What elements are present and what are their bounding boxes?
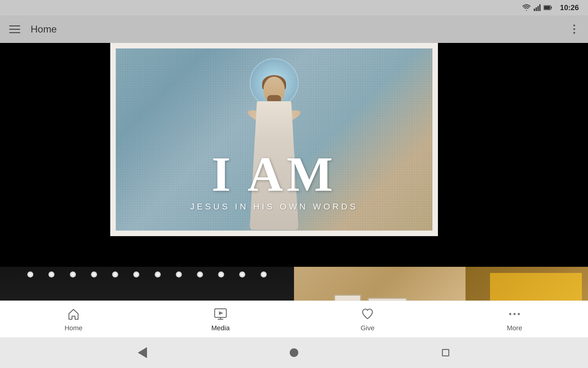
svg-rect-5: [551, 7, 552, 9]
light-dot: [91, 271, 97, 278]
nav-label-more: More: [507, 324, 522, 332]
hero-background: I AM JESUS IN HIS OWN WORDS: [110, 43, 438, 236]
recents-square-icon: [442, 349, 449, 356]
status-icons: 10:26: [522, 3, 579, 12]
hamburger-line: [9, 32, 20, 33]
svg-point-11: [509, 313, 511, 315]
home-button[interactable]: [285, 343, 303, 362]
light-dot: [133, 271, 139, 278]
nav-label-give: Give: [360, 324, 374, 332]
black-side-right: [438, 43, 588, 236]
hero-section[interactable]: I AM JESUS IN HIS OWN WORDS: [0, 43, 588, 328]
give-icon: [360, 306, 375, 322]
light-dot: [218, 271, 224, 278]
back-triangle-icon: [138, 347, 147, 358]
dot: [573, 32, 575, 34]
time-display: 10:26: [560, 3, 579, 12]
light-dot: [112, 271, 118, 278]
hero-text-overlay: I AM JESUS IN HIS OWN WORDS: [110, 150, 438, 212]
dot: [573, 28, 575, 30]
status-bar: 10:26: [0, 0, 588, 15]
signal-icon: [534, 4, 541, 11]
light-dot: [239, 271, 245, 278]
media-icon: [213, 306, 228, 322]
nav-item-give[interactable]: Give: [337, 303, 398, 335]
page-title: Home: [31, 24, 567, 35]
dot: [573, 25, 575, 26]
light-dot: [48, 271, 55, 278]
hero-subtitle: JESUS IN HIS OWN WORDS: [110, 202, 438, 212]
hamburger-menu-button[interactable]: [6, 20, 24, 38]
svg-marker-8: [219, 311, 223, 315]
svg-rect-1: [536, 7, 537, 11]
nav-item-media[interactable]: Media: [190, 303, 251, 335]
nav-label-home: Home: [65, 324, 83, 332]
svg-rect-2: [537, 6, 539, 11]
nav-label-media: Media: [211, 324, 230, 332]
more-icon: [507, 306, 522, 322]
svg-point-13: [518, 313, 520, 315]
light-dot: [70, 271, 76, 278]
svg-rect-0: [534, 9, 535, 11]
svg-point-12: [514, 313, 516, 315]
hamburger-line: [9, 25, 20, 26]
light-dot: [155, 271, 161, 278]
stage-lights: [0, 270, 294, 279]
overflow-menu-button[interactable]: [567, 21, 582, 37]
light-dot: [261, 271, 267, 278]
hamburger-line: [9, 29, 20, 30]
light-dot: [27, 271, 33, 278]
home-icon: [66, 306, 81, 322]
system-navigation: [0, 337, 588, 368]
wifi-icon: [522, 4, 531, 11]
light-dot: [197, 271, 203, 278]
hero-main-title: I AM: [110, 150, 438, 199]
nav-item-home[interactable]: Home: [43, 303, 104, 335]
svg-rect-6: [544, 6, 550, 10]
bottom-navigation: Home Media Give: [0, 301, 588, 337]
home-circle-icon: [290, 348, 298, 357]
battery-icon: [544, 5, 552, 10]
back-button[interactable]: [133, 343, 152, 362]
black-side-left: [0, 43, 110, 236]
nav-item-more[interactable]: More: [484, 303, 545, 335]
hero-card[interactable]: I AM JESUS IN HIS OWN WORDS: [110, 43, 438, 236]
svg-rect-3: [539, 4, 541, 11]
main-content: I AM JESUS IN HIS OWN WORDS: [0, 43, 588, 328]
recents-button[interactable]: [436, 343, 455, 362]
app-toolbar: Home: [0, 15, 588, 43]
light-dot: [176, 271, 182, 278]
